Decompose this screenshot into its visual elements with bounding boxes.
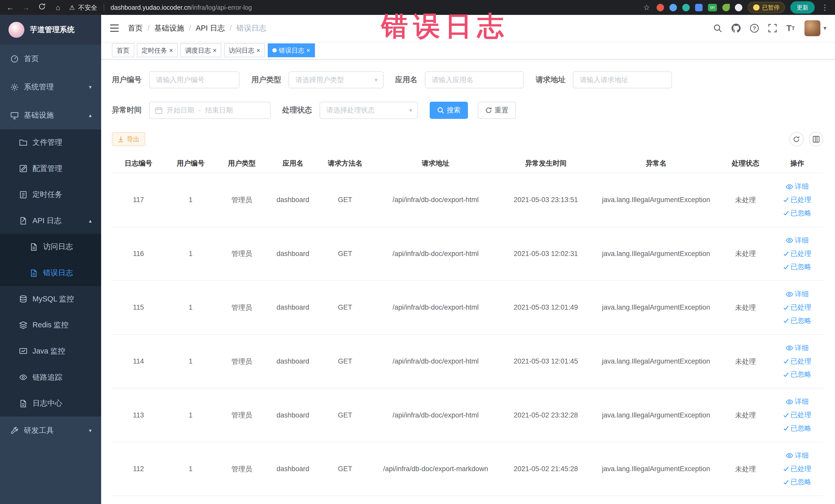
sidebar-item-config-management[interactable]: 配置管理 xyxy=(0,156,101,182)
mark-ignored-link[interactable]: 已忽略 xyxy=(773,476,821,489)
breadcrumb-item[interactable]: 基础设施 xyxy=(154,23,184,33)
refresh-table-button[interactable] xyxy=(789,132,804,146)
search-icon[interactable] xyxy=(713,24,722,32)
detail-link[interactable]: 详细 xyxy=(773,341,821,355)
check-icon xyxy=(783,372,789,378)
sidebar-item-redis-monitor[interactable]: Redis 监控 xyxy=(0,312,101,338)
mark-processed-link[interactable]: 已处理 xyxy=(773,247,821,261)
user-type-label: 用户类型 xyxy=(251,75,281,85)
font-size-icon[interactable]: TT xyxy=(786,23,795,33)
search-button[interactable]: 搜索 xyxy=(430,102,468,119)
sidebar-item-file-management[interactable]: 文件管理 xyxy=(0,129,101,156)
security-label[interactable]: 不安全 xyxy=(78,3,97,12)
sidebar-item-home[interactable]: 首页 xyxy=(0,45,101,73)
cell-log-id: 112 xyxy=(112,442,165,496)
browser-reload-icon[interactable] xyxy=(37,3,47,12)
profile-paused-button[interactable]: 已暂停 xyxy=(748,2,785,13)
exception-time-label: 异常时间 xyxy=(112,105,142,115)
cell-exception-name: java.lang.IllegalArgumentException xyxy=(592,281,720,335)
mark-processed-link[interactable]: 已处理 xyxy=(773,355,821,368)
extension-icon-teal[interactable] xyxy=(682,4,690,11)
breadcrumb-item[interactable]: API 日志 xyxy=(196,23,225,33)
export-button[interactable]: 导出 xyxy=(112,132,145,146)
cell-status: 未处理 xyxy=(720,281,771,335)
detail-link[interactable]: 详细 xyxy=(773,180,821,193)
sidebar-item-api-logs[interactable]: API 日志 ▴ xyxy=(0,208,101,234)
extension-icon-on[interactable]: on xyxy=(708,4,717,11)
mark-processed-link[interactable]: 已处理 xyxy=(773,193,821,207)
chevron-up-icon: ▴ xyxy=(89,112,91,118)
help-icon[interactable]: ? xyxy=(750,24,758,32)
mark-ignored-link[interactable]: 已忽略 xyxy=(773,260,821,274)
column-header: 异常名 xyxy=(592,154,720,173)
check-icon xyxy=(783,412,789,418)
process-status-select[interactable]: 请选择处理状态 ▾ xyxy=(320,102,418,119)
tab-home[interactable]: 首页 xyxy=(112,43,134,57)
browser-menu-icon[interactable]: ⋮ xyxy=(820,3,830,12)
sidebar-item-mysql-monitor[interactable]: MySQL 监控 xyxy=(0,286,101,312)
mark-processed-link[interactable]: 已处理 xyxy=(773,301,821,314)
extension-icon-red[interactable] xyxy=(657,4,664,11)
sidebar-item-infrastructure[interactable]: 基础设施 ▴ xyxy=(0,101,101,129)
request-url-input[interactable] xyxy=(573,72,672,88)
detail-link[interactable]: 详细 xyxy=(773,395,821,408)
cell-actions: 详细 已处理 已忽略 xyxy=(771,227,823,281)
detail-link[interactable]: 详细 xyxy=(773,234,821,247)
fullscreen-icon[interactable] xyxy=(768,24,777,32)
sidebar-item-link-tracing[interactable]: 链路追踪 xyxy=(0,364,101,390)
bookmark-star-icon[interactable]: ☆ xyxy=(642,3,651,12)
close-icon[interactable]: × xyxy=(213,47,217,54)
table-row: 112 1 管理员 dashboard GET /api/infra/db-do… xyxy=(112,442,823,496)
app-name-input[interactable] xyxy=(425,72,524,88)
cell-method: GET xyxy=(319,442,372,496)
avatar xyxy=(805,20,820,36)
url-path: /infra/log/api-error-log xyxy=(191,4,252,11)
extension-icon-grid[interactable] xyxy=(695,4,702,11)
sidebar-item-system[interactable]: 系统管理 ▾ xyxy=(0,73,101,101)
sidebar-collapse-icon[interactable] xyxy=(109,24,119,32)
sidebar-item-access-logs[interactable]: 访问日志 xyxy=(0,234,101,260)
sidebar-item-dev-tools[interactable]: 研发工具 ▾ xyxy=(0,417,101,445)
github-icon[interactable] xyxy=(732,24,740,33)
cell-exception-time: 2021-05-02 23:32:28 xyxy=(500,388,592,442)
user-menu[interactable]: ▾ xyxy=(805,20,827,36)
tab-access-logs[interactable]: 访问日志 × xyxy=(224,43,265,57)
detail-link[interactable]: 详细 xyxy=(773,287,821,301)
mark-ignored-link[interactable]: 已忽略 xyxy=(773,368,821,381)
extension-icon-drop[interactable] xyxy=(669,4,677,11)
browser-back-icon[interactable]: ← xyxy=(5,3,15,12)
tab-schedule-logs[interactable]: 调度日志 × xyxy=(180,43,222,57)
mark-processed-link[interactable]: 已处理 xyxy=(773,408,821,422)
close-icon[interactable]: × xyxy=(257,47,260,54)
tab-error-logs[interactable]: 错误日志 × xyxy=(268,43,315,57)
sidebar-item-scheduled-tasks[interactable]: 定时任务 xyxy=(0,182,101,208)
sidebar-item-error-logs[interactable]: 错误日志 xyxy=(0,260,101,286)
mark-ignored-link[interactable]: 已忽略 xyxy=(773,207,821,220)
user-id-input[interactable] xyxy=(149,72,240,88)
mark-processed-link[interactable]: 已处理 xyxy=(773,462,821,476)
close-icon[interactable]: × xyxy=(169,47,173,54)
browser-chrome: ← → ⌂ ⚠ 不安全 dashboard.yudao.iocoder.cn/i… xyxy=(0,0,835,15)
app-logo[interactable]: 芋道管理系统 xyxy=(0,15,101,45)
breadcrumb-item[interactable]: 首页 xyxy=(128,23,143,33)
browser-update-button[interactable]: 更新 xyxy=(790,1,815,14)
mark-ignored-link[interactable]: 已忽略 xyxy=(773,422,821,435)
browser-home-icon[interactable]: ⌂ xyxy=(53,3,63,12)
mark-ignored-link[interactable]: 已忽略 xyxy=(773,314,821,328)
exception-time-range-picker[interactable]: 开始日期 - 结束日期 xyxy=(149,102,270,119)
extension-icon-paw[interactable] xyxy=(735,4,742,11)
check-icon xyxy=(783,425,789,431)
column-header: 用户编号 xyxy=(165,154,216,173)
sidebar-item-log-center[interactable]: 日志中心 xyxy=(0,390,101,417)
sidebar-item-java-monitor[interactable]: Java 监控 xyxy=(0,338,101,364)
reset-button[interactable]: 重置 xyxy=(478,102,516,119)
cell-log-id: 116 xyxy=(112,227,165,281)
browser-forward-icon[interactable]: → xyxy=(21,3,31,12)
tab-scheduled-tasks[interactable]: 定时任务 × xyxy=(137,43,178,57)
close-icon[interactable]: × xyxy=(306,47,310,54)
address-bar[interactable]: dashboard.yudao.iocoder.cn/infra/log/api… xyxy=(110,4,252,11)
detail-link[interactable]: 详细 xyxy=(773,449,821,462)
user-type-select[interactable]: 请选择用户类型 ▾ xyxy=(288,72,383,88)
column-settings-button[interactable] xyxy=(809,132,823,146)
extension-icon-leaf[interactable] xyxy=(722,4,730,11)
